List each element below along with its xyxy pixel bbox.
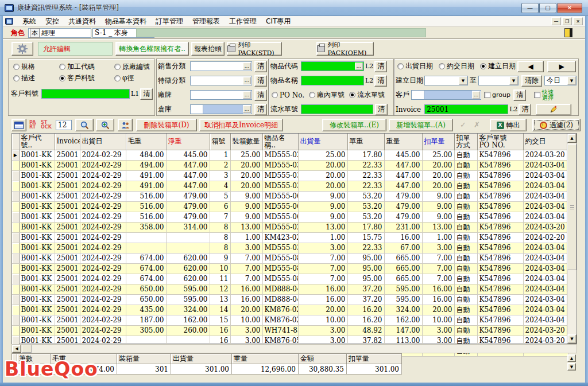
cell[interactable]: KM876-024K <box>262 305 298 315</box>
add-packing-button[interactable]: 新增裝箱單..(A) <box>389 119 453 131</box>
cell[interactable]: 25.00 <box>298 150 347 160</box>
report-header-button[interactable]: 報表抬頭 <box>191 42 225 56</box>
cell[interactable]: 67.00 <box>384 243 422 253</box>
cancel-deduct-button[interactable]: 取消扣單及Invoice明細 <box>199 119 283 131</box>
cell[interactable]: B001-KK <box>19 150 55 160</box>
cell[interactable]: 516.00 <box>126 201 166 212</box>
cell[interactable]: K547896 <box>477 201 523 212</box>
cell[interactable]: 3.00 <box>422 325 454 336</box>
radio-廠內單號[interactable]: 廠內單號 <box>309 90 345 100</box>
cell[interactable]: 95.00 <box>347 253 384 263</box>
cell[interactable]: MD555-024K <box>262 222 298 232</box>
customer-part-input[interactable] <box>41 89 130 99</box>
radio-出貨日期[interactable]: 出貨日期 <box>397 61 433 71</box>
column-header-客戶代號..[interactable]: 客戶代號.. <box>19 134 55 150</box>
cell[interactable]: 2024-03-04 <box>523 263 568 274</box>
cell[interactable]: 1.00 <box>298 232 347 243</box>
cell[interactable]: 11 <box>210 274 230 284</box>
date-to-combo[interactable]: ▼ <box>478 76 519 85</box>
cell[interactable]: 自動 <box>454 284 477 294</box>
cell[interactable]: 314.00 <box>166 222 210 232</box>
cell[interactable]: 自動 <box>454 294 477 305</box>
menu-item-1[interactable]: 安控 <box>41 15 64 28</box>
row-selector[interactable] <box>12 294 19 305</box>
cell[interactable]: 479.00 <box>384 201 422 212</box>
cell[interactable]: 324.00 <box>166 305 210 315</box>
transfer-role-button[interactable]: 轉換角色權限擁有者.. <box>115 42 189 56</box>
minimize-button[interactable]: — <box>521 3 539 13</box>
cell[interactable]: B001-KK <box>19 325 55 336</box>
cell[interactable]: MD555-060K <box>262 212 298 222</box>
column-header-selector[interactable] <box>12 134 19 150</box>
scroll-up-button[interactable]: ▲ <box>567 134 577 143</box>
cell[interactable]: 20.00 <box>422 160 454 170</box>
scroll-left-button[interactable]: ◀ <box>12 345 21 353</box>
clear-dates-button[interactable]: 清除 <box>521 75 542 87</box>
column-header-客戶單號[interactable]: 客戶單號 PO NO. <box>477 134 523 150</box>
cell[interactable]: B001-KK <box>19 232 55 243</box>
radio-加工代碼[interactable]: 加工代碼 <box>59 62 114 72</box>
cell[interactable]: K547896 <box>477 150 523 160</box>
cell[interactable]: 2024-02-29 <box>80 170 126 181</box>
cell[interactable]: 595.00 <box>384 294 422 305</box>
cell[interactable]: 9.00 <box>230 201 262 212</box>
cell[interactable]: 9.00 <box>298 212 347 222</box>
cell[interactable]: MD555-080K <box>262 253 298 263</box>
radio-流水單號[interactable]: 流水單號 <box>349 90 385 100</box>
clear-button[interactable]: 清 <box>254 61 267 72</box>
radio-φ徑[interactable]: φ徑 <box>114 73 157 83</box>
cell[interactable]: 147.00 <box>384 325 422 336</box>
scroll-down-button[interactable]: ▼ <box>567 334 577 344</box>
column-header-Invoice[interactable]: Invoice <box>55 134 80 150</box>
cell[interactable]: 9 <box>210 253 230 263</box>
stock-toggle[interactable]: ST OCK <box>41 120 52 133</box>
cell[interactable]: K547896 <box>477 294 523 305</box>
cell[interactable]: K547896 <box>477 315 523 325</box>
cell[interactable]: 2024-03-04 <box>523 212 568 222</box>
cell[interactable]: 22.33 <box>347 243 384 253</box>
prev-arrow-button[interactable]: ◀ <box>517 61 544 72</box>
row-selector[interactable] <box>12 305 19 315</box>
row-selector[interactable] <box>12 222 19 232</box>
cell[interactable]: 20.00 <box>422 170 454 181</box>
chevron-down-icon[interactable]: ▼ <box>459 76 467 85</box>
cell[interactable]: 14 <box>210 305 230 315</box>
cell[interactable]: 16.00 <box>384 232 422 243</box>
menu-item-7[interactable]: CIT專用 <box>261 15 295 28</box>
cell[interactable]: 620.00 <box>166 263 210 274</box>
next-arrow-button[interactable]: ▶ <box>547 61 576 72</box>
filter-button[interactable]: 過濾(2) <box>532 119 581 131</box>
row-selector[interactable] <box>12 263 19 274</box>
cell[interactable]: K547896 <box>477 191 523 201</box>
cell[interactable]: 447.00 <box>166 160 210 170</box>
cell[interactable]: B001-KK <box>19 222 55 232</box>
cell[interactable] <box>126 243 166 253</box>
cell[interactable]: 22.33 <box>347 170 384 181</box>
cell[interactable]: 17.80 <box>347 222 384 232</box>
cell[interactable]: MD555-080K <box>262 263 298 274</box>
column-header-裝箱數量[interactable]: 裝箱數量 <box>230 134 262 150</box>
cell[interactable]: 16.00 <box>422 284 454 294</box>
role-name-field[interactable]: 本 經理 <box>28 28 91 38</box>
chevron-down-icon[interactable]: ▼ <box>567 76 576 85</box>
cell[interactable]: 2024-03-04 <box>523 305 568 315</box>
cell[interactable]: 665.00 <box>384 263 422 274</box>
cell[interactable]: K547896 <box>477 170 523 181</box>
cell[interactable]: K547896 <box>477 284 523 294</box>
cell[interactable]: 2024-03-04 <box>523 294 568 305</box>
column-header-出貨日[interactable]: 出貨日 <box>80 134 126 150</box>
item-name-input[interactable] <box>301 76 364 85</box>
cell[interactable]: 5 <box>210 191 230 201</box>
cell[interactable]: MD888-040K <box>262 294 298 305</box>
cell[interactable]: 2024-03-04 <box>523 274 568 284</box>
cell[interactable]: 16.00 <box>230 284 262 294</box>
cell[interactable]: K547896 <box>477 243 523 253</box>
ellipsis-button[interactable]: … <box>243 91 251 99</box>
mdi-close-button[interactable]: ✕ <box>573 17 583 25</box>
cell[interactable]: 16.20 <box>347 305 384 315</box>
cell[interactable]: 20.00 <box>298 160 347 170</box>
cell[interactable]: 479.00 <box>384 191 422 201</box>
cell[interactable]: 2024-02-29 <box>80 315 126 325</box>
cell[interactable]: K547896 <box>477 181 523 191</box>
cell[interactable]: 2024-02-29 <box>80 284 126 294</box>
